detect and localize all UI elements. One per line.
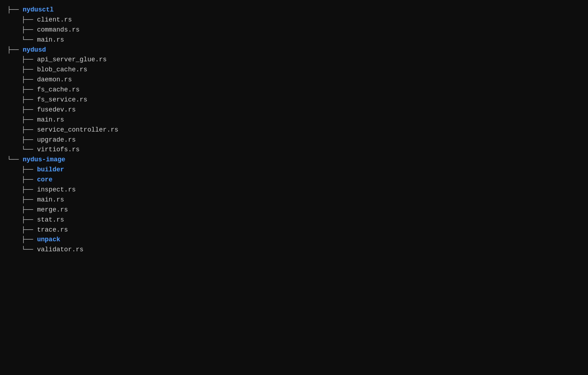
tree-line: ├── inspect.rs bbox=[7, 185, 581, 195]
tree-branch-icon: ├── bbox=[22, 85, 37, 95]
tree-line: ├── client.rs bbox=[7, 15, 581, 25]
tree-line: ├── service_controller.rs bbox=[7, 125, 581, 135]
tree-line: ├── fs_service.rs bbox=[7, 95, 581, 105]
file-name: merge.rs bbox=[37, 205, 68, 215]
tree-line: ├── api_server_glue.rs bbox=[7, 55, 581, 65]
tree-line: ├── fusedev.rs bbox=[7, 105, 581, 115]
file-name: api_server_glue.rs bbox=[37, 55, 106, 65]
tree-line: ├── nydusctl bbox=[7, 5, 581, 15]
tree-line: ├── commands.rs bbox=[7, 25, 581, 35]
tree-line: └── nydus-image bbox=[7, 155, 581, 165]
directory-name: nydusd bbox=[23, 45, 46, 55]
tree-branch-icon: ├── bbox=[22, 15, 37, 25]
tree-line: ├── core bbox=[7, 175, 581, 185]
tree-branch-icon: ├── bbox=[22, 125, 37, 135]
tree-line: ├── nydusd bbox=[7, 45, 581, 55]
tree-branch-icon: ├── bbox=[22, 75, 37, 85]
file-name: main.rs bbox=[37, 195, 64, 205]
file-name: main.rs bbox=[37, 35, 64, 45]
tree-line: └── main.rs bbox=[7, 35, 581, 45]
tree-line: ├── upgrade.rs bbox=[7, 135, 581, 145]
file-name: validator.rs bbox=[37, 245, 84, 255]
tree-line: └── validator.rs bbox=[7, 245, 581, 255]
file-name: blob_cache.rs bbox=[37, 65, 87, 75]
tree-branch-icon: └── bbox=[22, 145, 37, 155]
file-name: inspect.rs bbox=[37, 185, 76, 195]
file-name: daemon.rs bbox=[37, 75, 72, 85]
tree-branch-icon: ├── bbox=[22, 235, 37, 245]
file-name: fs_cache.rs bbox=[37, 85, 80, 95]
tree-branch-icon: ├── bbox=[22, 105, 37, 115]
file-name: service_controller.rs bbox=[37, 125, 118, 135]
tree-line: ├── main.rs bbox=[7, 115, 581, 125]
file-name: stat.rs bbox=[37, 215, 64, 225]
tree-branch-icon: ├── bbox=[22, 195, 37, 205]
tree-branch-icon: ├── bbox=[22, 175, 37, 185]
directory-name: builder bbox=[37, 165, 64, 175]
file-name: virtiofs.rs bbox=[37, 145, 80, 155]
tree-line: ├── main.rs bbox=[7, 195, 581, 205]
tree-line: ├── fs_cache.rs bbox=[7, 85, 581, 95]
file-name: commands.rs bbox=[37, 25, 80, 35]
directory-name: unpack bbox=[37, 235, 60, 245]
file-name: fs_service.rs bbox=[37, 95, 87, 105]
tree-branch-icon: ├── bbox=[22, 205, 37, 215]
tree-branch-icon: ├── bbox=[7, 45, 23, 55]
tree-line: ├── merge.rs bbox=[7, 205, 581, 215]
file-name: trace.rs bbox=[37, 225, 68, 235]
tree-branch-icon: └── bbox=[7, 155, 23, 165]
tree-line: ├── trace.rs bbox=[7, 225, 581, 235]
tree-branch-icon: ├── bbox=[22, 165, 37, 175]
tree-line: ├── builder bbox=[7, 165, 581, 175]
tree-branch-icon: ├── bbox=[22, 25, 37, 35]
tree-line: ├── unpack bbox=[7, 235, 581, 245]
directory-name: nydusctl bbox=[23, 5, 53, 15]
tree-branch-icon: ├── bbox=[22, 135, 37, 145]
directory-name: nydus-image bbox=[23, 155, 65, 165]
tree-branch-icon: ├── bbox=[22, 65, 37, 75]
tree-branch-icon: ├── bbox=[22, 95, 37, 105]
tree-branch-icon: ├── bbox=[22, 215, 37, 225]
tree-branch-icon: ├── bbox=[22, 185, 37, 195]
file-name: main.rs bbox=[37, 115, 64, 125]
file-name: client.rs bbox=[37, 15, 72, 25]
directory-name: core bbox=[37, 175, 52, 185]
tree-line: ├── stat.rs bbox=[7, 215, 581, 225]
file-name: fusedev.rs bbox=[37, 105, 76, 115]
tree-branch-icon: ├── bbox=[22, 55, 37, 65]
tree-branch-icon: └── bbox=[22, 245, 37, 255]
tree-container: ├── nydusctl├── client.rs├── commands.rs… bbox=[7, 5, 581, 255]
tree-branch-icon: ├── bbox=[7, 5, 23, 15]
tree-branch-icon: └── bbox=[22, 35, 37, 45]
tree-line: └── virtiofs.rs bbox=[7, 145, 581, 155]
tree-branch-icon: ├── bbox=[22, 115, 37, 125]
tree-branch-icon: ├── bbox=[22, 225, 37, 235]
tree-line: ├── daemon.rs bbox=[7, 75, 581, 85]
tree-line: ├── blob_cache.rs bbox=[7, 65, 581, 75]
file-name: upgrade.rs bbox=[37, 135, 76, 145]
terminal: ├── nydusctl├── client.rs├── commands.rs… bbox=[7, 4, 581, 255]
